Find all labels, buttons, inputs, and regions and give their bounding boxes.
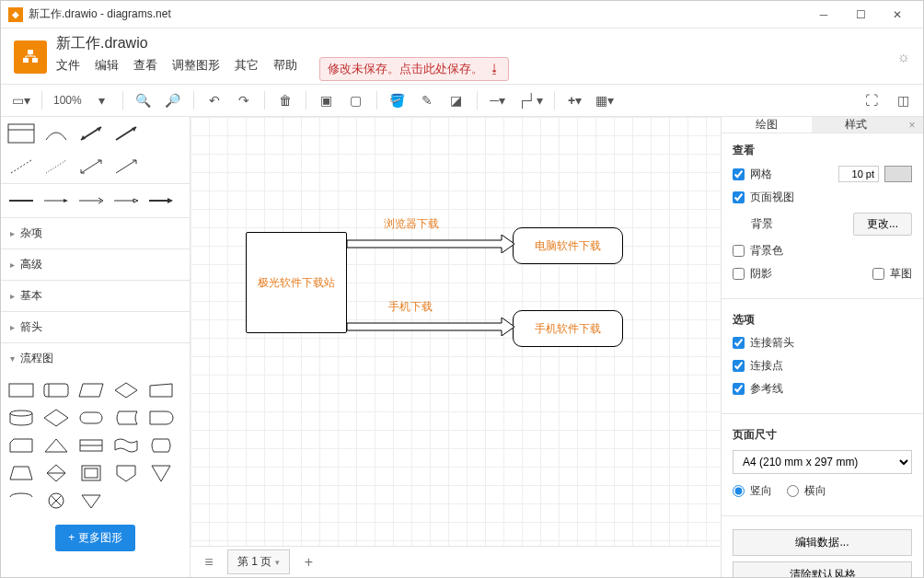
edge-label-phone[interactable]: 手机下载 (388, 299, 433, 315)
fc-annot[interactable] (75, 460, 108, 486)
fc-trap[interactable] (5, 460, 38, 486)
fill-color-icon[interactable]: 🪣 (385, 87, 410, 113)
delete-icon[interactable]: 🗑 (272, 87, 298, 113)
grid-checkbox[interactable] (733, 168, 745, 180)
format-panel-toggle-icon[interactable]: ◫ (890, 87, 916, 113)
fc-delay[interactable] (144, 405, 178, 431)
grid-size-input[interactable] (838, 166, 879, 182)
menu-other[interactable]: 其它 (235, 57, 259, 81)
document-title[interactable]: 新工作.drawio (56, 34, 509, 53)
node-main[interactable]: 极光软件下载站 (246, 232, 347, 333)
shape-thin-bidir[interactable] (75, 154, 108, 179)
waypoint-icon[interactable]: ┌┘▾ (514, 87, 547, 113)
redo-icon[interactable]: ↷ (231, 87, 257, 113)
edge-label-browser[interactable]: 浏览器下载 (384, 216, 439, 232)
category-arrows[interactable]: ▸箭头 (1, 311, 190, 342)
fc-triangle[interactable] (40, 433, 73, 458)
fc-database[interactable] (5, 405, 38, 431)
shape-arrow[interactable] (110, 121, 143, 146)
menu-edit[interactable]: 编辑 (95, 57, 119, 81)
pageview-checkbox[interactable] (733, 191, 745, 203)
canvas[interactable]: 极光软件下载站 电脑软件下载 手机软件下载 浏览器下载 手机下载 (191, 117, 721, 546)
shape-list[interactable] (5, 121, 38, 146)
category-basic[interactable]: ▸基本 (1, 280, 190, 311)
tab-style[interactable]: 样式 (812, 117, 902, 133)
arrow-to-mobile[interactable] (347, 318, 514, 336)
shape-link-arrow[interactable] (40, 188, 73, 214)
close-panel-icon[interactable]: × (901, 117, 923, 133)
conn-arrows-checkbox[interactable] (733, 337, 745, 349)
category-advanced[interactable]: ▸高级 (1, 249, 190, 280)
shape-dashed[interactable] (5, 154, 38, 179)
category-flowchart[interactable]: ▾流程图 (1, 342, 190, 374)
shape-link-thin[interactable] (75, 188, 108, 214)
portrait-radio[interactable] (733, 485, 745, 497)
fc-display[interactable] (144, 433, 178, 458)
fc-sort[interactable] (40, 460, 73, 486)
fc-data[interactable] (75, 377, 108, 403)
page-tab-1[interactable]: 第 1 页▾ (227, 549, 290, 574)
zoom-in-icon[interactable]: 🔍 (131, 87, 156, 113)
maximize-button[interactable]: ☐ (842, 1, 879, 29)
conn-points-checkbox[interactable] (733, 360, 745, 372)
to-back-icon[interactable]: ▢ (343, 87, 369, 113)
shape-curve[interactable] (40, 121, 73, 146)
fc-junction[interactable] (40, 488, 73, 514)
pagesize-select[interactable]: A4 (210 mm x 297 mm) (733, 450, 912, 474)
landscape-radio[interactable] (787, 485, 799, 497)
fc-process[interactable] (5, 377, 38, 403)
insert-icon[interactable]: +▾ (562, 87, 588, 113)
node-desktop[interactable]: 电脑软件下载 (513, 227, 623, 264)
menu-adjust[interactable]: 调整图形 (172, 57, 220, 81)
shape-bidir-arrow[interactable] (75, 121, 108, 146)
pages-menu-icon[interactable]: ≡ (198, 551, 220, 573)
sidebar-toggle-button[interactable]: ▭▾ (8, 87, 34, 113)
arrow-to-desktop[interactable] (347, 235, 514, 253)
shape-dotted[interactable] (40, 154, 73, 179)
fc-stored[interactable] (110, 405, 143, 431)
fc-alt-process[interactable] (40, 377, 73, 403)
fc-manual[interactable] (144, 377, 178, 403)
menu-file[interactable]: 文件 (56, 57, 80, 81)
line-color-icon[interactable]: ✎ (414, 87, 440, 113)
category-misc[interactable]: ▸杂项 (1, 217, 190, 249)
shape-link-bold[interactable] (144, 188, 178, 214)
minimize-button[interactable]: ─ (805, 1, 842, 29)
bgcolor-checkbox[interactable] (733, 245, 745, 257)
menu-view[interactable]: 查看 (133, 57, 157, 81)
undo-icon[interactable]: ↶ (202, 87, 227, 113)
grid-color-box[interactable] (884, 166, 912, 182)
shape-thin-arrow[interactable] (110, 154, 143, 179)
add-page-button[interactable]: + (297, 551, 319, 573)
edit-data-button[interactable]: 编辑数据... (733, 529, 912, 556)
draft-checkbox[interactable] (872, 268, 884, 280)
tab-diagram[interactable]: 绘图 (722, 117, 812, 133)
shape-link[interactable] (5, 188, 38, 214)
fc-card[interactable] (5, 433, 38, 458)
fullscreen-icon[interactable]: ⛶ (859, 87, 884, 113)
shadow-icon[interactable]: ◪ (444, 87, 469, 113)
save-warning[interactable]: 修改未保存。点击此处保存。 ⭳ (319, 57, 509, 81)
connection-icon[interactable]: ─▾ (485, 87, 511, 113)
fc-tape[interactable] (110, 433, 143, 458)
menu-help[interactable]: 帮助 (273, 57, 297, 81)
fc-connector[interactable] (144, 460, 178, 486)
more-shapes-button[interactable]: + 更多图形 (55, 525, 134, 551)
theme-toggle-icon[interactable]: ☼ (896, 49, 910, 65)
zoom-dropdown-icon[interactable]: ▾ (89, 87, 115, 113)
node-mobile[interactable]: 手机软件下载 (513, 310, 623, 347)
change-background-button[interactable]: 更改... (853, 213, 912, 236)
zoom-level[interactable]: 100% (50, 94, 86, 107)
to-front-icon[interactable]: ▣ (314, 87, 340, 113)
clear-style-button[interactable]: 清除默认风格 (733, 561, 912, 578)
shape-link-open[interactable] (110, 188, 143, 214)
table-icon[interactable]: ▦▾ (592, 87, 618, 113)
close-button[interactable]: ✕ (879, 1, 916, 29)
fc-or[interactable] (75, 488, 108, 514)
fc-predef[interactable] (75, 433, 108, 458)
guides-checkbox[interactable] (733, 383, 745, 395)
shadow-checkbox[interactable] (733, 268, 745, 280)
fc-offpage[interactable] (110, 460, 143, 486)
fc-decision[interactable] (110, 377, 143, 403)
fc-diamond2[interactable] (40, 405, 73, 431)
